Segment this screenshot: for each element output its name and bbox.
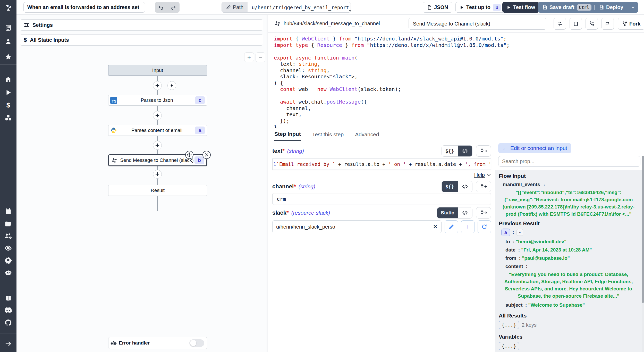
- prop-row[interactable]: date : "Fri, Apr 14, 2023 at 10:28 AM": [505, 247, 638, 253]
- editor-header: hub/849/slack/send_message_to_channel Fo…: [268, 15, 644, 33]
- history-button[interactable]: [586, 18, 598, 30]
- tab-step-input[interactable]: Step Input: [274, 128, 301, 141]
- error-handler-toggle[interactable]: [189, 339, 204, 347]
- resources-cubes-icon[interactable]: [0, 112, 16, 124]
- reload-script-button[interactable]: [554, 18, 566, 30]
- flow-node-result[interactable]: Result: [108, 185, 207, 196]
- groups-icon[interactable]: [0, 230, 16, 241]
- all-static-inputs-button[interactable]: $ All Static Inputs: [20, 34, 263, 46]
- undo-icon[interactable]: [156, 3, 166, 12]
- windmill-logo-icon[interactable]: [0, 2, 16, 13]
- deploy-button[interactable]: Deploy: [595, 2, 638, 13]
- variables-title: Variables: [499, 334, 638, 340]
- github-icon[interactable]: [0, 317, 16, 328]
- favorites-star-icon[interactable]: [0, 51, 16, 62]
- step-summary-input[interactable]: [409, 18, 546, 30]
- channel-value-input[interactable]: [272, 193, 491, 205]
- connect-input-button[interactable]: [476, 207, 491, 219]
- limits-button[interactable]: [601, 18, 614, 30]
- code-mode-segment[interactable]: [458, 207, 472, 218]
- template-mode-segment[interactable]: ${}: [442, 146, 458, 156]
- flow-settings-button[interactable]: Settings: [20, 19, 263, 31]
- move-step-button[interactable]: [185, 151, 193, 159]
- test-up-to-button[interactable]: Test up to b: [455, 2, 505, 13]
- runs-play-icon[interactable]: [0, 87, 16, 98]
- tab-test-this-step[interactable]: Test this step: [312, 128, 344, 141]
- error-handler-node[interactable]: Error handler: [108, 337, 207, 349]
- collapse-button[interactable]: -: [516, 229, 523, 236]
- add-step-button[interactable]: [153, 81, 162, 90]
- schedules-calendar-icon[interactable]: [0, 206, 16, 217]
- settings-gear-icon[interactable]: [0, 254, 16, 266]
- docs-book-icon[interactable]: [0, 293, 16, 304]
- zoom-out-button[interactable]: −: [256, 52, 265, 62]
- delete-step-button[interactable]: [202, 151, 211, 159]
- prop-scrollbar[interactable]: [642, 156, 644, 352]
- expand-sidebar-arrow-icon[interactable]: [0, 338, 16, 349]
- folders-icon[interactable]: [0, 218, 16, 230]
- add-step-button[interactable]: [153, 141, 162, 150]
- json-button[interactable]: JSON: [423, 2, 452, 13]
- scrollbar-thumb[interactable]: [642, 156, 644, 303]
- pencil-icon: [448, 224, 454, 230]
- text-expression-editor[interactable]: 1 `Email received by ` + results.a.to + …: [272, 158, 491, 170]
- fork-button[interactable]: Fork: [618, 18, 644, 30]
- code-mode-segment[interactable]: [458, 181, 472, 192]
- prop-row-subject[interactable]: subject : "Welcome to Supabase": [505, 302, 638, 308]
- expand-editor-button[interactable]: [570, 18, 582, 30]
- add-step-button[interactable]: [153, 170, 162, 179]
- prop-row-content[interactable]: content :: [505, 264, 638, 269]
- discord-icon[interactable]: [0, 305, 16, 316]
- add-step-button[interactable]: [153, 111, 162, 120]
- zoom-in-button[interactable]: +: [244, 52, 254, 62]
- plus-icon: [155, 113, 160, 118]
- chevron-down-icon[interactable]: [487, 173, 491, 177]
- all-results-expand-button[interactable]: {...}: [499, 321, 519, 329]
- prop-row[interactable]: from : "paul@supabase.io": [505, 255, 638, 261]
- static-mode-segment[interactable]: Static: [437, 207, 458, 218]
- undo-redo-group: [155, 2, 180, 13]
- workspace-icon[interactable]: [0, 22, 16, 33]
- prop-row[interactable]: to : "henri@windmill.dev": [505, 239, 638, 245]
- add-resource-button[interactable]: +: [461, 220, 474, 233]
- refresh-resource-button[interactable]: [478, 220, 491, 233]
- plug-arrow-icon: [480, 210, 487, 215]
- add-trigger-button[interactable]: [167, 81, 176, 90]
- flow-title-input[interactable]: [23, 2, 145, 13]
- code-icon: [462, 149, 468, 153]
- prop-value-content[interactable]: "Everything you need to build a product:…: [501, 271, 636, 300]
- home-icon[interactable]: [0, 74, 16, 85]
- flow-node-input[interactable]: Input: [108, 65, 207, 76]
- redo-icon[interactable]: [168, 3, 179, 12]
- slack-resource-select[interactable]: u/henri/henri_slack_perso ✕: [272, 220, 442, 233]
- connect-input-button[interactable]: [476, 145, 491, 157]
- variables-expand-button[interactable]: {...}: [499, 342, 519, 350]
- edit-resource-button[interactable]: [445, 220, 458, 233]
- flow-node-parses-to-json[interactable]: TS Parses to Json c: [108, 95, 207, 106]
- user-icon[interactable]: [0, 36, 16, 47]
- audit-eye-icon[interactable]: [0, 242, 16, 254]
- clear-resource-icon[interactable]: ✕: [433, 223, 438, 230]
- help-link[interactable]: Help: [474, 172, 485, 178]
- code-editor[interactable]: import { WebClient } from "https://deno.…: [268, 33, 644, 128]
- path-button[interactable]: Path: [222, 2, 248, 12]
- flow-node-parses-content[interactable]: Parses content of email a: [108, 125, 207, 136]
- close-icon: [205, 153, 209, 157]
- code-mode-segment[interactable]: [458, 146, 472, 156]
- edit-or-connect-button[interactable]: ← Edit or connect an input: [498, 143, 571, 153]
- chevron-down-icon[interactable]: [631, 6, 635, 9]
- prop-key-mandrill-events[interactable]: mandrill_events: [503, 182, 540, 187]
- prop-picker-body: Flow Input mandrill_events : "[{"event":…: [495, 170, 642, 352]
- path-value[interactable]: u/henri/triggered_by_email_report_email: [248, 2, 351, 12]
- step-id-badge: b: [194, 156, 204, 164]
- template-mode-segment[interactable]: ${}: [442, 181, 458, 192]
- workers-robot-icon[interactable]: [0, 267, 16, 278]
- path-group[interactable]: Path u/henri/triggered_by_email_report_e…: [222, 2, 351, 13]
- result-key-a-badge[interactable]: a: [501, 229, 510, 236]
- prop-value-mandrill-events[interactable]: "[{"event":"inbound","ts":1683819426,"ms…: [501, 189, 636, 218]
- search-prop-input[interactable]: [498, 156, 640, 167]
- test-flow-button[interactable]: Test flow: [502, 2, 539, 13]
- connect-input-button[interactable]: [476, 181, 491, 192]
- variables-dollar-icon[interactable]: $: [0, 99, 16, 111]
- tab-advanced[interactable]: Advanced: [355, 128, 379, 141]
